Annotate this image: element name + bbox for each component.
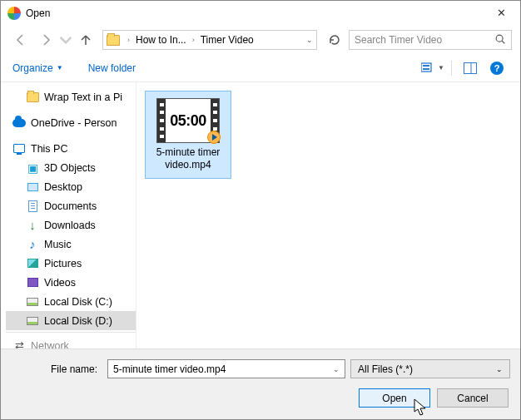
view-cluster: ▼ ? xyxy=(421,58,509,78)
address-bar[interactable]: › How to In... › Timer Video ⌄ xyxy=(102,30,317,50)
file-name-line: 5-minute timer xyxy=(149,146,227,159)
pictures-icon xyxy=(27,259,38,268)
cancel-button[interactable]: Cancel xyxy=(437,388,509,408)
search-input[interactable]: Search Timer Video xyxy=(349,30,512,50)
close-button[interactable]: ✕ xyxy=(483,1,520,26)
dropdown-icon[interactable]: ⌄ xyxy=(333,365,340,373)
body-area: Wrap Text in a Pi OneDrive - Person This… xyxy=(1,82,520,348)
tree-item-documents[interactable]: Documents xyxy=(6,196,136,215)
tree-label: Desktop xyxy=(44,181,82,193)
disk-icon xyxy=(27,317,38,325)
tree-label: Network xyxy=(31,340,69,349)
tree-label: Local Disk (D:) xyxy=(44,315,112,327)
open-label: Open xyxy=(382,393,406,404)
music-icon: ♪ xyxy=(26,238,39,251)
tree-label: Pictures xyxy=(44,258,82,269)
separator xyxy=(451,61,452,76)
svg-rect-5 xyxy=(464,62,477,73)
navigation-tree: Wrap Text in a Pi OneDrive - Person This… xyxy=(1,82,136,348)
tree-label: This PC xyxy=(31,143,67,155)
tree-item-folder[interactable]: Wrap Text in a Pi xyxy=(6,87,136,106)
document-icon xyxy=(28,200,37,212)
back-button[interactable] xyxy=(9,28,32,52)
forward-button[interactable] xyxy=(34,28,57,52)
play-icon xyxy=(207,131,221,144)
svg-point-0 xyxy=(496,35,503,42)
tree-label: Downloads xyxy=(44,220,96,231)
dropdown-icon: ▼ xyxy=(57,64,63,72)
tree-item-videos[interactable]: Videos xyxy=(6,273,136,292)
folder-icon xyxy=(27,92,39,102)
filmstrip-icon xyxy=(157,99,166,142)
desktop-icon xyxy=(27,183,38,191)
chevron-right-icon[interactable]: › xyxy=(190,36,197,44)
dropdown-icon: ▼ xyxy=(438,64,444,72)
tree-label: Local Disk (C:) xyxy=(44,296,112,308)
new-folder-label: New folder xyxy=(88,62,136,74)
tree-item-local-disk-d[interactable]: Local Disk (D:) xyxy=(6,311,136,330)
help-button[interactable]: ? xyxy=(485,58,509,78)
up-button[interactable] xyxy=(74,28,97,52)
tree-label: OneDrive - Person xyxy=(31,117,117,129)
tree-item-3dobjects[interactable]: ▣ 3D Objects xyxy=(6,158,136,177)
open-button[interactable]: Open xyxy=(359,388,430,408)
nav-row: › How to In... › Timer Video ⌄ Search Ti… xyxy=(1,26,520,54)
recent-dropdown[interactable] xyxy=(59,28,72,52)
organize-menu[interactable]: Organize ▼ xyxy=(12,62,63,74)
organize-label: Organize xyxy=(12,62,53,74)
svg-line-1 xyxy=(502,41,504,43)
new-folder-button[interactable]: New folder xyxy=(88,62,136,74)
filename-label: File name: xyxy=(11,363,102,375)
tree-label: Music xyxy=(44,239,72,250)
file-item-selected[interactable]: 05:00 5-minute timer video.mp4 xyxy=(145,91,231,179)
tree-label: Wrap Text in a Pi xyxy=(44,91,122,103)
address-dropdown[interactable]: ⌄ xyxy=(306,36,313,44)
search-placeholder: Search Timer Video xyxy=(355,34,442,46)
refresh-button[interactable] xyxy=(322,28,347,52)
window-title: Open xyxy=(26,7,483,19)
svg-rect-3 xyxy=(423,65,429,67)
tree-item-music[interactable]: ♪ Music xyxy=(6,235,136,254)
videos-icon xyxy=(27,278,38,287)
separator xyxy=(6,332,136,333)
toolbar: Organize ▼ New folder ▼ ? xyxy=(1,54,520,82)
filename-value: 5-minute timer video.mp4 xyxy=(113,363,226,375)
tree-label: Videos xyxy=(44,277,76,289)
tree-label: Documents xyxy=(44,200,97,212)
filter-value: All Files (*.*) xyxy=(358,363,413,375)
filetype-filter[interactable]: All Files (*.*) ⌄ xyxy=(350,359,510,378)
breadcrumb-segment[interactable]: Timer Video xyxy=(197,31,257,49)
cloud-icon xyxy=(12,119,26,127)
video-thumbnail: 05:00 xyxy=(156,98,220,143)
tree-item-pictures[interactable]: Pictures xyxy=(6,254,136,273)
dropdown-icon: ⌄ xyxy=(496,365,503,373)
filename-input[interactable]: 5-minute timer video.mp4 ⌄ xyxy=(107,359,345,378)
chevron-right-icon[interactable]: › xyxy=(125,36,132,44)
tree-item-onedrive[interactable]: OneDrive - Person xyxy=(6,113,136,132)
search-icon[interactable] xyxy=(494,33,506,47)
bottom-panel: File name: 5-minute timer video.mp4 ⌄ Al… xyxy=(1,348,520,420)
file-name-line: video.mp4 xyxy=(149,159,227,171)
breadcrumb-segment[interactable]: How to In... xyxy=(132,31,190,49)
file-pane[interactable]: 05:00 5-minute timer video.mp4 xyxy=(136,82,520,348)
tree-item-desktop[interactable]: Desktop xyxy=(6,177,136,196)
disk-icon xyxy=(27,298,38,306)
tree-label: 3D Objects xyxy=(44,162,96,174)
cube-icon: ▣ xyxy=(26,161,39,175)
svg-rect-2 xyxy=(421,63,431,72)
help-icon: ? xyxy=(490,62,504,75)
svg-rect-4 xyxy=(423,68,429,70)
folder-icon xyxy=(107,35,120,46)
title-bar: Open ✕ xyxy=(1,1,520,26)
pc-icon xyxy=(13,144,25,153)
tree-item-thispc[interactable]: This PC xyxy=(6,139,136,158)
network-icon: ⇄ xyxy=(12,339,26,349)
chrome-icon xyxy=(7,7,21,20)
preview-pane-button[interactable] xyxy=(459,58,482,78)
view-mode-button[interactable]: ▼ xyxy=(421,58,444,78)
tree-item-network[interactable]: ⇄ Network xyxy=(6,336,136,348)
cancel-label: Cancel xyxy=(457,393,488,404)
tree-item-local-disk-c[interactable]: Local Disk (C:) xyxy=(6,292,136,311)
download-icon: ↓ xyxy=(26,219,39,232)
tree-item-downloads[interactable]: ↓ Downloads xyxy=(6,215,136,235)
